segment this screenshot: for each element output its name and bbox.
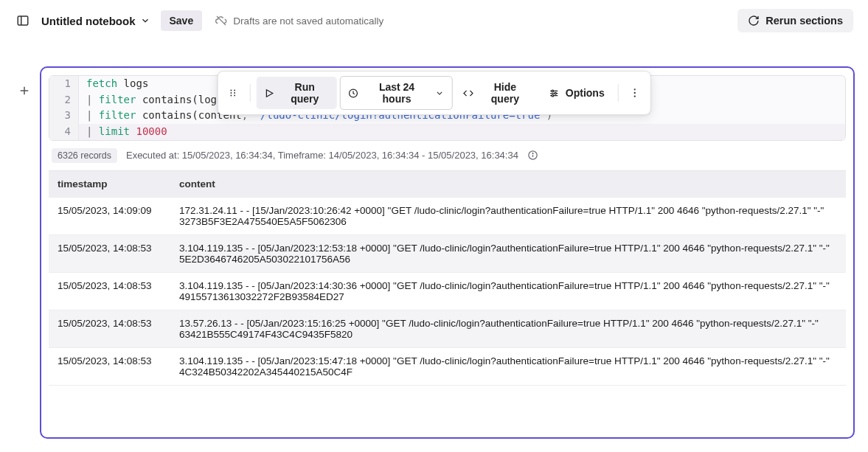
header-left: Untitled notebook Save Drafts are not sa… (15, 10, 729, 31)
autosave-hint-text: Drafts are not saved automatically (233, 15, 383, 27)
svg-point-10 (234, 95, 235, 97)
svg-point-7 (231, 95, 232, 97)
options-label: Options (566, 87, 605, 99)
line-number: 2 (49, 92, 79, 108)
cell-content: 3.104.119.135 - - [05/Jan/2023:15:47:18 … (170, 347, 846, 385)
timeframe-dropdown[interactable]: Last 24 hours (340, 76, 453, 110)
cloud-off-icon (215, 15, 227, 27)
query-section-card: 1fetch logs2| filter contains(log.source… (40, 66, 855, 439)
notebook-title: Untitled notebook (41, 15, 136, 27)
table-header-row: timestamp content (49, 171, 846, 198)
header-bar: Untitled notebook Save Drafts are not sa… (0, 0, 868, 41)
save-button[interactable]: Save (161, 10, 203, 31)
refresh-icon (748, 15, 760, 27)
cell-timestamp: 15/05/2023, 14:08:53 (49, 310, 170, 347)
autosave-hint: Drafts are not saved automatically (215, 15, 383, 27)
timeframe-label: Last 24 hours (364, 81, 429, 105)
query-toolbar: Run query Last 24 hours Hide query Optio… (217, 71, 651, 115)
svg-point-5 (231, 90, 232, 91)
svg-point-18 (552, 94, 554, 97)
results-table: timestamp content 15/05/2023, 14:09:0917… (49, 171, 846, 386)
cell-timestamp: 15/05/2023, 14:08:53 (49, 272, 170, 310)
cell-content: 3.104.119.135 - - [05/Jan/2023:12:53:18 … (170, 234, 846, 272)
code-text[interactable]: | limit 10000 (79, 124, 845, 140)
col-header-content[interactable]: content (170, 171, 846, 198)
chevron-down-icon (140, 15, 150, 26)
cell-content: 13.57.26.13 - - [05/Jan/2023:15:16:25 +0… (170, 310, 846, 347)
svg-point-6 (231, 92, 232, 94)
more-vertical-icon (629, 87, 641, 99)
svg-point-24 (532, 153, 533, 154)
rerun-label: Rerun sections (765, 15, 843, 27)
svg-point-16 (552, 90, 554, 92)
more-menu-button[interactable] (625, 82, 646, 104)
notebook-title-group[interactable]: Untitled notebook (41, 15, 150, 27)
drag-handle-icon[interactable] (222, 82, 243, 104)
svg-point-19 (634, 88, 636, 90)
svg-point-8 (234, 90, 235, 91)
table-row[interactable]: 15/05/2023, 14:08:533.104.119.135 - - [0… (49, 347, 846, 385)
svg-rect-0 (18, 16, 28, 25)
col-header-timestamp[interactable]: timestamp (49, 171, 170, 198)
table-row[interactable]: 15/05/2023, 14:09:09172.31.24.11 - - [15… (49, 197, 846, 234)
info-icon[interactable] (527, 150, 538, 161)
options-button[interactable]: Options (541, 83, 612, 103)
cell-timestamp: 15/05/2023, 14:08:53 (49, 234, 170, 272)
run-query-button[interactable]: Run query (256, 77, 336, 109)
results-meta: 6326 records Executed at: 15/05/2023, 16… (41, 145, 853, 170)
hide-query-button[interactable]: Hide query (455, 77, 538, 109)
rerun-sections-button[interactable]: Rerun sections (737, 9, 853, 32)
table-row[interactable]: 15/05/2023, 14:08:5313.57.26.13 - - [05/… (49, 310, 846, 347)
line-number: 4 (49, 124, 79, 140)
cell-content: 172.31.24.11 - - [15/Jan/2023:10:26:42 +… (170, 197, 846, 234)
executed-timestamp: Executed at: 15/05/2023, 16:34:34, Timef… (126, 150, 518, 161)
results-panel: timestamp content 15/05/2023, 14:09:0917… (49, 170, 846, 430)
line-number: 3 (49, 108, 79, 124)
table-row[interactable]: 15/05/2023, 14:08:533.104.119.135 - - [0… (49, 272, 846, 310)
line-number: 1 (49, 76, 79, 92)
cell-timestamp: 15/05/2023, 14:08:53 (49, 347, 170, 385)
table-row[interactable]: 15/05/2023, 14:08:533.104.119.135 - - [0… (49, 234, 846, 272)
add-section-button[interactable] (18, 84, 31, 97)
play-icon (263, 88, 274, 99)
cell-content: 3.104.119.135 - - [05/Jan/2023:14:30:36 … (170, 272, 846, 310)
sidebar-toggle-icon[interactable] (15, 13, 31, 29)
code-icon (462, 88, 473, 99)
code-line[interactable]: 4| limit 10000 (49, 124, 845, 140)
clock-icon (348, 88, 358, 99)
svg-line-2 (217, 16, 226, 25)
records-badge: 6326 records (52, 148, 117, 163)
svg-point-9 (234, 92, 235, 94)
run-query-label: Run query (280, 81, 330, 105)
toolbar-separator (618, 84, 619, 102)
svg-point-21 (634, 96, 636, 97)
hide-query-label: Hide query (479, 81, 531, 105)
sliders-icon (549, 88, 560, 99)
svg-marker-11 (266, 89, 272, 97)
svg-point-17 (555, 92, 557, 94)
cell-timestamp: 15/05/2023, 14:09:09 (49, 197, 170, 234)
chevron-down-icon (435, 88, 445, 98)
toolbar-separator (249, 84, 250, 102)
results-scroll[interactable]: timestamp content 15/05/2023, 14:09:0917… (49, 171, 846, 430)
svg-point-20 (634, 92, 636, 94)
